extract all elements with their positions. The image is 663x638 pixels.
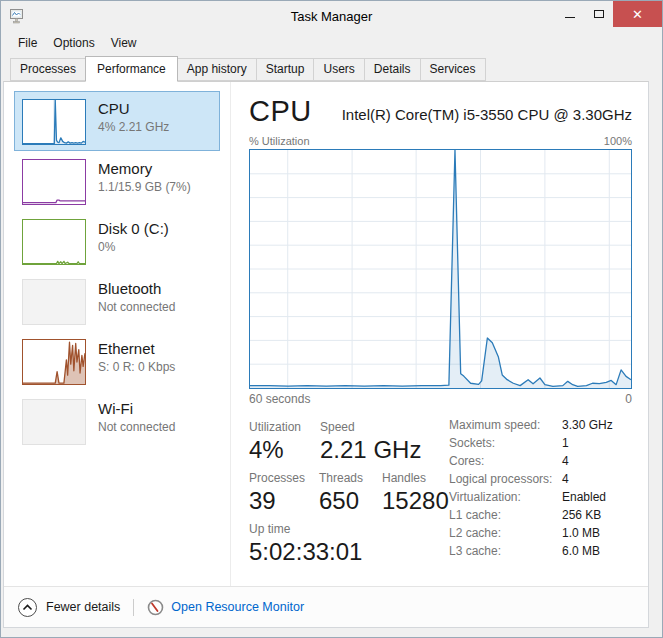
cpu-mini-graph	[22, 99, 86, 145]
cores-value: 4	[562, 454, 569, 468]
performance-pane: CPU 4% 2.21 GHz Memory 1.1/15.9 GB (7%)	[4, 82, 648, 586]
sidebar-disk-subtitle: 0%	[98, 240, 169, 255]
open-resource-monitor-link[interactable]: Open Resource Monitor	[147, 599, 304, 616]
x-axis-right-label: 0	[625, 392, 632, 406]
tab-details[interactable]: Details	[364, 58, 421, 81]
fewer-details-button[interactable]: Fewer details	[18, 598, 120, 617]
sockets-value: 1	[562, 436, 569, 450]
disk-mini-graph-svg	[23, 220, 85, 264]
handles-value: 15280	[382, 487, 449, 515]
footer-divider	[133, 599, 134, 616]
max-speed-value: 3.30 GHz	[562, 418, 613, 432]
l2-cache-label: L2 cache:	[449, 526, 501, 540]
tab-startup[interactable]: Startup	[256, 58, 315, 81]
sidebar-item-ethernet[interactable]: Ethernet S: 0 R: 0 Kbps	[14, 331, 220, 391]
maximize-button[interactable]	[584, 1, 613, 27]
sidebar-memory-subtitle: 1.1/15.9 GB (7%)	[98, 180, 191, 195]
x-axis-left-label: 60 seconds	[249, 392, 310, 406]
tab-performance[interactable]: Performance	[85, 56, 178, 82]
speed-value: 2.21 GHz	[320, 436, 421, 464]
virtualization-label: Virtualization:	[449, 490, 521, 504]
l3-cache-label: L3 cache:	[449, 544, 501, 558]
tab-users[interactable]: Users	[313, 58, 364, 81]
tab-strip: Processes Performance App history Startu…	[1, 54, 662, 81]
task-manager-window: Task Manager ✕ File Options View Process…	[0, 0, 663, 638]
cpu-panel-title: CPU	[249, 94, 312, 128]
memory-mini-graph	[22, 159, 86, 205]
sidebar-cpu-subtitle: 4% 2.21 GHz	[98, 120, 169, 135]
l2-cache-value: 1.0 MB	[562, 526, 600, 540]
threads-label: Threads	[319, 471, 363, 485]
minimize-button[interactable]	[555, 1, 584, 27]
menu-options[interactable]: Options	[45, 33, 102, 53]
cpu-mini-graph-svg	[23, 100, 85, 144]
minimize-icon	[565, 17, 575, 18]
virtualization-value: Enabled	[562, 490, 606, 504]
tab-app-history[interactable]: App history	[177, 58, 257, 81]
sockets-label: Sockets:	[449, 436, 495, 450]
sidebar-wifi-subtitle: Not connected	[98, 420, 175, 435]
sidebar-bluetooth-subtitle: Not connected	[98, 300, 175, 315]
l1-cache-value: 256 KB	[562, 508, 601, 522]
menu-file[interactable]: File	[10, 33, 45, 53]
sidebar-disk-title: Disk 0 (C:)	[98, 220, 169, 238]
open-resource-monitor-label: Open Resource Monitor	[171, 600, 304, 614]
cpu-stats: Utilization 4% Speed 2.21 GHz Processes …	[249, 414, 632, 584]
sidebar-wifi-title: Wi-Fi	[98, 400, 175, 418]
sidebar-ethernet-title: Ethernet	[98, 340, 175, 358]
sidebar-item-wifi[interactable]: Wi-Fi Not connected	[14, 391, 220, 451]
window-controls: ✕	[555, 1, 662, 27]
max-speed-label: Maximum speed:	[449, 418, 540, 432]
tab-services[interactable]: Services	[420, 58, 486, 81]
sidebar-item-disk0[interactable]: Disk 0 (C:) 0%	[14, 211, 220, 271]
sidebar-item-memory[interactable]: Memory 1.1/15.9 GB (7%)	[14, 151, 220, 211]
footer-bar: Fewer details Open Resource Monitor	[4, 586, 648, 627]
chevron-up-icon	[18, 598, 37, 617]
logical-procs-value: 4	[562, 472, 569, 486]
sidebar-memory-title: Memory	[98, 160, 191, 178]
menu-view[interactable]: View	[103, 33, 145, 53]
utilization-value: 4%	[249, 436, 284, 464]
sidebar-item-cpu[interactable]: CPU 4% 2.21 GHz	[14, 91, 220, 151]
y-axis-max-label: 100%	[604, 135, 632, 147]
sidebar-item-bluetooth[interactable]: Bluetooth Not connected	[14, 271, 220, 331]
resource-monitor-icon	[147, 599, 164, 616]
sidebar-ethernet-subtitle: S: 0 R: 0 Kbps	[98, 360, 175, 375]
ethernet-mini-graph-svg	[23, 340, 85, 384]
cpu-detail-panel: CPU Intel(R) Core(TM) i5-3550 CPU @ 3.30…	[231, 82, 648, 586]
maximize-icon	[594, 10, 604, 18]
ethernet-mini-graph	[22, 339, 86, 385]
close-button[interactable]: ✕	[613, 1, 662, 27]
cpu-utilization-chart	[249, 149, 632, 389]
memory-mini-graph-svg	[23, 160, 85, 204]
sidebar-bluetooth-title: Bluetooth	[98, 280, 175, 298]
wifi-mini-graph	[22, 399, 86, 445]
y-axis-label: % Utilization	[249, 135, 310, 147]
tab-processes[interactable]: Processes	[10, 58, 86, 81]
menu-bar: File Options View	[1, 31, 662, 54]
cpu-model-name: Intel(R) Core(TM) i5-3550 CPU @ 3.30GHz	[342, 106, 632, 128]
processes-label: Processes	[249, 471, 305, 485]
fewer-details-label: Fewer details	[46, 600, 120, 614]
sidebar-cpu-title: CPU	[98, 100, 169, 118]
uptime-value: 5:02:33:01	[249, 538, 362, 566]
cores-label: Cores:	[449, 454, 484, 468]
l3-cache-value: 6.0 MB	[562, 544, 600, 558]
processes-value: 39	[249, 487, 276, 515]
l1-cache-label: L1 cache:	[449, 508, 501, 522]
uptime-label: Up time	[249, 522, 290, 536]
speed-label: Speed	[320, 420, 355, 434]
cpu-utilization-chart-svg	[250, 150, 631, 388]
utilization-label: Utilization	[249, 420, 301, 434]
threads-value: 650	[319, 487, 359, 515]
title-bar[interactable]: Task Manager ✕	[1, 1, 662, 31]
resource-sidebar: CPU 4% 2.21 GHz Memory 1.1/15.9 GB (7%)	[4, 82, 231, 586]
handles-label: Handles	[382, 471, 426, 485]
logical-procs-label: Logical processors:	[449, 472, 552, 486]
performance-panel: CPU 4% 2.21 GHz Memory 1.1/15.9 GB (7%)	[3, 81, 649, 628]
disk-mini-graph	[22, 219, 86, 265]
bluetooth-mini-graph	[22, 279, 86, 325]
